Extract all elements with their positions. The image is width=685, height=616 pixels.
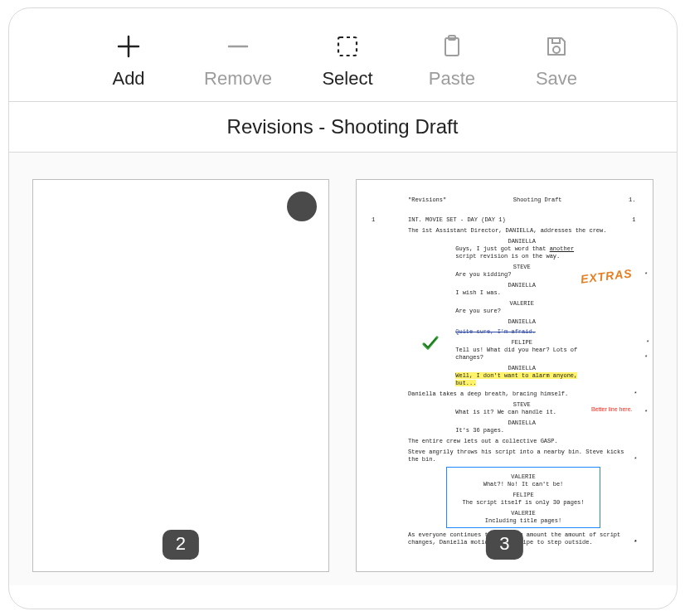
toolbar-label: Select (322, 68, 372, 90)
character-cue: VALERIE (452, 510, 595, 517)
dialogue-line: What is it? We can handle it.* (455, 409, 588, 416)
character-cue: FELIPE* (422, 339, 621, 347)
dialogue-line: Guys, I just got word that another scrip… (455, 245, 588, 260)
svg-rect-4 (445, 38, 459, 56)
page-number-badge: 2 (163, 530, 199, 560)
svg-point-7 (553, 46, 560, 53)
dialogue-line: Are you kidding?* (455, 271, 588, 279)
plus-icon (114, 32, 143, 61)
action-line: The 1st Assistant Director, DANIELLA, ad… (408, 227, 636, 235)
character-cue: STEVE (422, 264, 621, 271)
page-number-badge: 3 (486, 530, 522, 560)
toolbar-label: Save (536, 68, 577, 90)
dialogue-line: Are you sure? (455, 308, 588, 315)
character-cue: VALERIE (452, 473, 595, 481)
page-thumbnails-area: 2 "Revisions" Shooting Draft 1. 1 1 INT.… (9, 153, 677, 585)
annotation-box: VALERIE What?! No! It can't be! FELIPE T… (446, 467, 600, 528)
slugline: INT. MOVIE SET - DAY (DAY 1) (408, 216, 636, 224)
remove-button[interactable]: Remove (204, 32, 272, 90)
action-line: Daniella takes a deep breath, bracing hi… (408, 390, 636, 398)
svg-rect-6 (552, 38, 560, 43)
dialogue-line-highlighted: Well, I don't want to alarm anyone, but.… (455, 372, 588, 387)
minus-icon (223, 32, 253, 61)
paste-button[interactable]: Paste (423, 32, 481, 90)
clipboard-icon (437, 32, 467, 61)
character-cue: DANIELLA (422, 420, 621, 427)
save-button[interactable]: Save (527, 32, 585, 90)
action-line: Steve angrily throws his script into a n… (408, 449, 636, 463)
dialogue-line: It's 36 pages. (455, 427, 588, 434)
dialogue-line: What?! No! It can't be! (452, 481, 595, 488)
page-thumbnail-3[interactable]: "Revisions" Shooting Draft 1. 1 1 INT. M… (356, 179, 653, 572)
page-title: Revisions - Shooting Draft (9, 102, 677, 153)
checkmark-icon (421, 334, 440, 352)
character-cue: FELIPE (452, 492, 595, 499)
selection-icon (333, 32, 362, 61)
scene-number-left: 1 (372, 216, 375, 224)
character-cue: VALERIE (422, 300, 621, 308)
dialogue-line-struck: Quite sure, I'm afraid. (455, 326, 588, 336)
header-left: "Revisions" (408, 196, 446, 204)
dialogue-line: Tell us! What did you hear? Lots of chan… (455, 347, 588, 361)
script-content: "Revisions" Shooting Draft 1. 1 1 INT. M… (357, 180, 653, 571)
toolbar: Add Remove Select Paste Save (9, 8, 677, 102)
add-button[interactable]: Add (100, 32, 158, 90)
window-card: Add Remove Select Paste Save (8, 7, 678, 609)
character-cue: DANIELLA (422, 238, 621, 245)
action-line: The entire crew lets out a collective GA… (408, 438, 636, 445)
dialogue-line: I wish I was. (455, 289, 588, 297)
select-button[interactable]: Select (318, 32, 377, 90)
script-body: INT. MOVIE SET - DAY (DAY 1) The 1st Ass… (408, 216, 636, 549)
page-thumbnail-2[interactable]: 2 (32, 179, 330, 572)
toolbar-label: Remove (204, 68, 272, 90)
character-cue: DANIELLA (422, 365, 621, 372)
header-center: Shooting Draft (513, 196, 562, 204)
toolbar-label: Paste (429, 68, 475, 90)
svg-rect-3 (338, 37, 357, 56)
annotation-note: Better line here. (591, 405, 632, 413)
toolbar-label: Add (112, 68, 144, 90)
character-cue: DANIELLA (422, 318, 621, 326)
header-right: 1. (629, 196, 635, 204)
dialogue-line: The script itself is only 30 pages! (452, 499, 595, 507)
floppy-disk-icon (542, 32, 571, 61)
marker-dot-icon (287, 192, 317, 221)
script-header: "Revisions" Shooting Draft 1. (408, 196, 636, 204)
dialogue-line: Including title pages! (452, 517, 595, 525)
